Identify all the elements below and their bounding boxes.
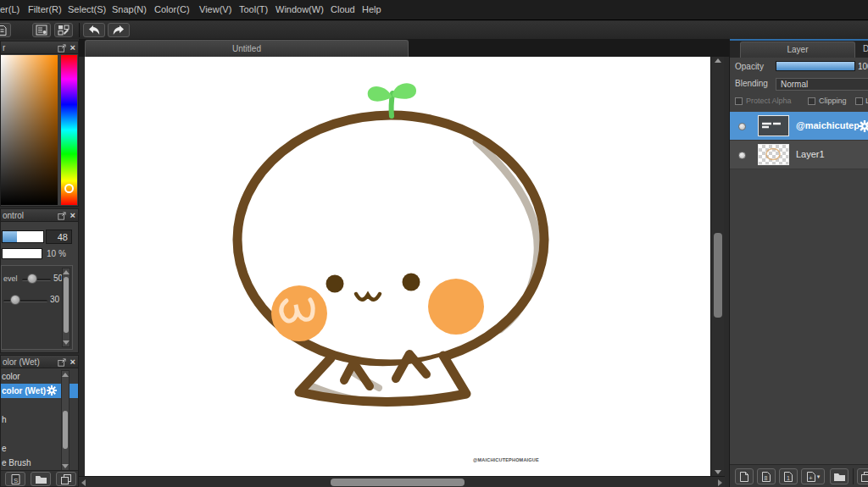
menu-tool[interactable]: Tool(T): [239, 4, 268, 14]
brush-list-scrollbar[interactable]: [61, 370, 70, 471]
svg-text:+: +: [809, 474, 813, 482]
scrollbar-thumb[interactable]: [64, 277, 69, 333]
scroll-up-icon[interactable]: [63, 270, 70, 274]
layer-thumbnail[interactable]: [758, 144, 789, 165]
brush-size-value[interactable]: 48: [46, 230, 72, 244]
redo-button[interactable]: [108, 23, 130, 37]
level-label: evel: [3, 274, 18, 283]
undo-icon: [87, 25, 101, 36]
tab-layer[interactable]: Layer: [740, 42, 855, 58]
duplicate-layer-button[interactable]: [857, 468, 868, 484]
menu-cloud[interactable]: Cloud: [331, 4, 355, 14]
brush-control-title: ontrol ×: [1, 209, 78, 222]
brush-options-box: evel 50 30: [1, 265, 73, 350]
layer-folder-button[interactable]: [830, 468, 849, 484]
second-slider-knob[interactable]: [10, 295, 20, 305]
layer-row[interactable]: Layer1: [730, 141, 868, 169]
protect-alpha-checkbox[interactable]: [735, 97, 743, 105]
scroll-down-icon[interactable]: [62, 464, 69, 468]
brush-folder-button[interactable]: [31, 472, 51, 486]
brush-settings-gear-icon[interactable]: [47, 385, 57, 396]
menu-help[interactable]: Help: [362, 4, 381, 14]
new-8bit-layer-button[interactable]: 8: [757, 468, 776, 484]
layer-panel: Layer D Opacity 100 Blending Normal Prot…: [729, 39, 868, 487]
close-icon[interactable]: ×: [70, 42, 75, 53]
color-panel: r ×: [0, 41, 79, 207]
color-panel-title: r ×: [1, 42, 78, 54]
layer-settings-gear-icon[interactable]: [859, 120, 868, 132]
opacity-label: Opacity: [735, 62, 764, 71]
add-layer-icon: +: [806, 471, 816, 483]
page-icon: [0, 25, 8, 36]
tab-next-fragment[interactable]: D: [863, 44, 868, 53]
layer-panel-footer: 8 1 +▾: [730, 464, 868, 487]
svg-text:1: 1: [787, 475, 790, 481]
layer-visibility-dot[interactable]: [738, 123, 746, 130]
brush-size-slider[interactable]: [2, 230, 44, 243]
menu-window[interactable]: Window(W): [275, 4, 324, 14]
layer-visibility-dot[interactable]: [738, 152, 746, 159]
popout-icon[interactable]: [58, 358, 66, 367]
signature-line: @MAICHICUTEPHOMAIGUE: [473, 457, 539, 464]
brush-control-panel: ontrol × 48 10 % evel 50 30: [0, 208, 79, 353]
layer-thumbnail[interactable]: [758, 115, 789, 136]
save-brush-button[interactable]: S: [5, 472, 25, 486]
redo-icon: [112, 25, 125, 36]
grid-panel-icon-button[interactable]: [54, 23, 73, 37]
clipping-checkbox[interactable]: [808, 97, 815, 105]
duplicate-brush-button[interactable]: [56, 472, 76, 486]
document-tab[interactable]: Untitled: [85, 40, 409, 57]
scroll-down-icon[interactable]: [63, 340, 70, 345]
scroll-down-icon[interactable]: [715, 470, 721, 474]
lock-checkbox[interactable]: [855, 97, 863, 105]
hue-bar[interactable]: [61, 55, 77, 205]
scroll-up-icon[interactable]: [62, 373, 69, 377]
toolbar-separator: [79, 23, 80, 37]
blending-dropdown[interactable]: Normal: [776, 78, 868, 91]
document-icon[interactable]: [0, 23, 11, 37]
brush-list-title-text: olor (Wet): [3, 357, 40, 367]
scrollbar-thumb[interactable]: [331, 479, 465, 486]
grid-icon: [58, 25, 70, 36]
menu-color[interactable]: Color(C): [154, 4, 190, 14]
hue-cursor[interactable]: [64, 184, 74, 193]
scrollbar-thumb[interactable]: [714, 233, 722, 318]
layer-row-selected[interactable]: @maichicutephomaigue: [730, 112, 868, 141]
menu-layer[interactable]: er(L): [0, 4, 19, 14]
scroll-left-icon[interactable]: [81, 479, 86, 486]
toolbar: [0, 21, 868, 39]
scrollbar-thumb[interactable]: [63, 411, 68, 449]
canvas-vertical-scrollbar[interactable]: [710, 57, 724, 476]
new-layer-button[interactable]: [735, 468, 754, 484]
new-1bit-layer-button[interactable]: 1: [779, 468, 798, 484]
close-icon[interactable]: ×: [70, 357, 75, 368]
layer-name: @maichicutephomaigue: [796, 120, 859, 130]
brush-item-label: color (Wet): [2, 386, 46, 396]
brush-options-scrollbar[interactable]: [62, 268, 70, 347]
level-slider-knob[interactable]: [27, 274, 37, 284]
canvas-horizontal-scrollbar[interactable]: [79, 476, 725, 487]
scroll-right-icon[interactable]: [718, 479, 722, 486]
saturation-value-picker[interactable]: [1, 55, 58, 205]
character-artwork: [85, 57, 710, 476]
list-panel-icon: [36, 25, 47, 36]
scroll-up-icon[interactable]: [715, 58, 721, 63]
menu-snap[interactable]: Snap(N): [112, 4, 147, 14]
new-1bit-layer-icon: 1: [783, 471, 793, 483]
popout-icon[interactable]: [58, 212, 66, 220]
menu-filter[interactable]: Filter(R): [28, 4, 62, 14]
menu-view[interactable]: View(V): [199, 4, 231, 14]
menu-select[interactable]: Select(S): [68, 4, 106, 14]
artwork-signature: @MAICHICUTEPHOMAIGUE #HOIDAP247 -JIMMIE-: [473, 445, 539, 476]
popout-icon[interactable]: [58, 44, 66, 53]
layer-opacity-slider[interactable]: [776, 61, 855, 71]
brush-list: color color (Wet) h e e Brush: [1, 369, 78, 473]
add-layer-dropdown-button[interactable]: +▾: [801, 468, 825, 484]
brush-opacity-slider[interactable]: [2, 248, 42, 259]
undo-button[interactable]: [83, 23, 105, 37]
canvas[interactable]: @MAICHICUTEPHOMAIGUE #HOIDAP247 -JIMMIE-: [85, 57, 710, 476]
close-icon[interactable]: ×: [70, 210, 75, 221]
brush-opacity-value: 10 %: [47, 249, 66, 258]
panel-list-icon-button[interactable]: [32, 23, 51, 37]
layer-opacity-value: 100: [858, 62, 868, 71]
